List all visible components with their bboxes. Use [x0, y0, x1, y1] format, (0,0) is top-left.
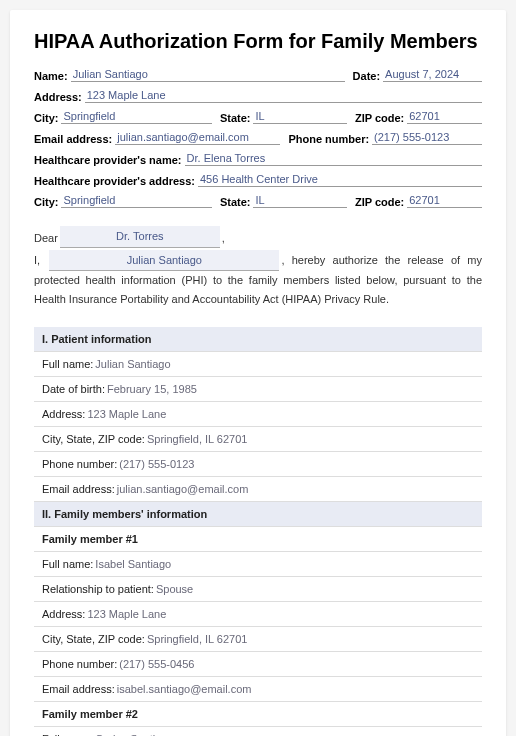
- row-s1-address: Address:123 Maple Lane: [34, 402, 482, 427]
- input-provider-city[interactable]: Springfield: [61, 193, 211, 208]
- row-email-phone: Email address: julian.santiago@email.com…: [34, 130, 482, 145]
- label-m1-email: Email address:: [42, 683, 115, 695]
- section-1-title: I. Patient information: [42, 333, 151, 345]
- input-date[interactable]: August 7, 2024: [383, 67, 482, 82]
- m1-title: Family member #1: [42, 533, 138, 545]
- label-email: Email address:: [34, 133, 112, 145]
- label-m1-phone: Phone number:: [42, 658, 117, 670]
- input-state[interactable]: IL: [253, 109, 347, 124]
- label-provider-state: State:: [220, 196, 251, 208]
- page-title: HIPAA Authorization Form for Family Memb…: [34, 30, 482, 53]
- input-email[interactable]: julian.santiago@email.com: [115, 130, 280, 145]
- row-m1-email: Email address:isabel.santiago@email.com: [34, 677, 482, 702]
- section-2-header: II. Family members' information: [34, 502, 482, 527]
- row-m1-csz: City, State, ZIP code:Springfield, IL 62…: [34, 627, 482, 652]
- input-phone[interactable]: (217) 555-0123: [372, 130, 482, 145]
- letter-block: Dear Dr. Torres , I, Julian Santiago, he…: [34, 226, 482, 309]
- info-table: I. Patient information Full name:Julian …: [34, 327, 482, 736]
- label-state: State:: [220, 112, 251, 124]
- row-s1-dob: Date of birth:February 15, 1985: [34, 377, 482, 402]
- input-city[interactable]: Springfield: [61, 109, 211, 124]
- form-page: HIPAA Authorization Form for Family Memb…: [10, 10, 506, 736]
- m2-title: Family member #2: [42, 708, 138, 720]
- label-m1-rel: Relationship to patient:: [42, 583, 154, 595]
- label-s1-address: Address:: [42, 408, 85, 420]
- label-name: Name:: [34, 70, 68, 82]
- input-name[interactable]: Julian Santiago: [71, 67, 345, 82]
- row-m1-fullname: Full name:Isabel Santiago: [34, 552, 482, 577]
- label-s1-dob: Date of birth:: [42, 383, 105, 395]
- value-m1-fullname[interactable]: Isabel Santiago: [95, 558, 171, 570]
- value-m1-csz[interactable]: Springfield, IL 62701: [147, 633, 248, 645]
- input-provider-name[interactable]: Dr. Elena Torres: [185, 151, 482, 166]
- value-s1-dob[interactable]: February 15, 1985: [107, 383, 197, 395]
- input-provider-address[interactable]: 456 Health Center Drive: [198, 172, 482, 187]
- value-m1-address[interactable]: 123 Maple Lane: [87, 608, 166, 620]
- row-address: Address: 123 Maple Lane: [34, 88, 482, 103]
- row-m2-header: Family member #2: [34, 702, 482, 727]
- value-s1-email[interactable]: julian.santiago@email.com: [117, 483, 249, 495]
- label-provider-name: Healthcare provider's name:: [34, 154, 182, 166]
- row-provider-name: Healthcare provider's name: Dr. Elena To…: [34, 151, 482, 166]
- section-2-title: II. Family members' information: [42, 508, 207, 520]
- row-provider-city-state-zip: City: Springfield State: IL ZIP code: 62…: [34, 193, 482, 208]
- value-m1-phone[interactable]: (217) 555-0456: [119, 658, 194, 670]
- row-s1-email: Email address:julian.santiago@email.com: [34, 477, 482, 502]
- label-s1-email: Email address:: [42, 483, 115, 495]
- row-name-date: Name: Julian Santiago Date: August 7, 20…: [34, 67, 482, 82]
- label-m1-address: Address:: [42, 608, 85, 620]
- letter-dear: Dear: [34, 229, 58, 248]
- label-provider-address: Healthcare provider's address:: [34, 175, 195, 187]
- row-m1-rel: Relationship to patient:Spouse: [34, 577, 482, 602]
- label-provider-city: City:: [34, 196, 58, 208]
- value-s1-csz[interactable]: Springfield, IL 62701: [147, 433, 248, 445]
- row-m1-phone: Phone number:(217) 555-0456: [34, 652, 482, 677]
- row-m1-address: Address:123 Maple Lane: [34, 602, 482, 627]
- label-s1-csz: City, State, ZIP code:: [42, 433, 145, 445]
- letter-comma: ,: [222, 229, 225, 248]
- section-1-header: I. Patient information: [34, 327, 482, 352]
- row-m2-fullname: Full name:Carlos Santiago: [34, 727, 482, 736]
- value-s1-phone[interactable]: (217) 555-0123: [119, 458, 194, 470]
- value-m1-email[interactable]: isabel.santiago@email.com: [117, 683, 252, 695]
- value-s1-fullname[interactable]: Julian Santiago: [95, 358, 170, 370]
- row-s1-phone: Phone number:(217) 555-0123: [34, 452, 482, 477]
- row-m1-header: Family member #1: [34, 527, 482, 552]
- label-date: Date:: [353, 70, 381, 82]
- row-s1-fullname: Full name:Julian Santiago: [34, 352, 482, 377]
- letter-i: I,: [34, 254, 40, 266]
- label-m1-csz: City, State, ZIP code:: [42, 633, 145, 645]
- label-city: City:: [34, 112, 58, 124]
- input-address[interactable]: 123 Maple Lane: [85, 88, 482, 103]
- row-s1-csz: City, State, ZIP code:Springfield, IL 62…: [34, 427, 482, 452]
- label-phone: Phone number:: [288, 133, 369, 145]
- row-provider-address: Healthcare provider's address: 456 Healt…: [34, 172, 482, 187]
- input-provider-zip[interactable]: 62701: [407, 193, 482, 208]
- letter-recipient[interactable]: Dr. Torres: [60, 226, 220, 248]
- value-m1-rel[interactable]: Spouse: [156, 583, 193, 595]
- label-m1-fullname: Full name:: [42, 558, 93, 570]
- input-zip[interactable]: 62701: [407, 109, 482, 124]
- label-address: Address:: [34, 91, 82, 103]
- letter-name[interactable]: Julian Santiago: [49, 250, 279, 272]
- label-provider-zip: ZIP code:: [355, 196, 404, 208]
- row-city-state-zip: City: Springfield State: IL ZIP code: 62…: [34, 109, 482, 124]
- label-s1-fullname: Full name:: [42, 358, 93, 370]
- input-provider-state[interactable]: IL: [253, 193, 347, 208]
- label-zip: ZIP code:: [355, 112, 404, 124]
- label-s1-phone: Phone number:: [42, 458, 117, 470]
- value-s1-address[interactable]: 123 Maple Lane: [87, 408, 166, 420]
